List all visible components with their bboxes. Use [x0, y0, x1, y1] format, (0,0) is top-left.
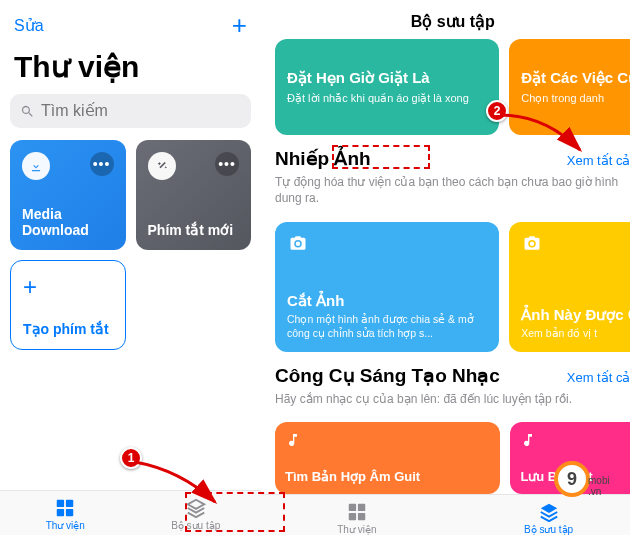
tab-label: Bộ sưu tập [171, 520, 220, 531]
section-photography: Nhiếp Ảnh Xem tất cả Tự động hóa thư việ… [261, 135, 630, 212]
annotation-badge-1: 1 [120, 447, 142, 469]
tab-bar: Thư viện Bộ sưu tập [261, 494, 630, 535]
svg-rect-5 [358, 503, 365, 510]
create-shortcut-button[interactable]: + Tạo phím tắt [10, 260, 126, 350]
svg-rect-2 [57, 509, 64, 516]
tab-collection[interactable]: Bộ sưu tập [131, 491, 262, 535]
home-cards-row: Đặt Hẹn Giờ Giặt Là Đặt lời nhắc khi quầ… [261, 39, 630, 135]
create-label: Tạo phím tắt [23, 321, 113, 337]
music-note-icon [285, 432, 301, 448]
svg-rect-7 [358, 512, 365, 519]
search-icon [20, 104, 35, 119]
svg-rect-6 [349, 512, 356, 519]
card-weekend-tasks[interactable]: Đặt Các Việc Cuối Tuần Chọn trong danh [509, 39, 630, 135]
section-title: Công Cụ Sáng Tạo Nhạc [275, 364, 500, 387]
more-icon[interactable]: ••• [215, 152, 239, 176]
edit-button[interactable]: Sửa [14, 16, 44, 35]
svg-rect-4 [349, 503, 356, 510]
card-guitar-chords[interactable]: Tìm Bản Hợp Âm Guit [275, 422, 500, 494]
watermark-logo: 9 mobi.vn [554, 459, 624, 499]
card-subtitle: Xem bản đồ vị t [521, 327, 630, 341]
collection-screen: Bộ sưu tập Đặt Hẹn Giờ Giặt Là Đặt lời n… [261, 0, 630, 535]
card-laundry-timer[interactable]: Đặt Hẹn Giờ Giặt Là Đặt lời nhắc khi quầ… [275, 39, 499, 135]
tab-library[interactable]: Thư viện [261, 495, 453, 535]
card-title: Phím tắt mới [148, 222, 240, 238]
section-description: Tự động hóa thư viện của bạn theo cách b… [275, 174, 630, 206]
card-title: Cắt Ảnh [287, 292, 487, 310]
section-description: Hãy cắm nhạc cụ của bạn lên: đã đến lúc … [275, 391, 630, 407]
tab-bar: Thư viện Bộ sưu tập [0, 490, 261, 535]
download-icon [22, 152, 50, 180]
logo-text: mobi.vn [588, 475, 610, 497]
camera-icon [287, 234, 309, 252]
card-title: Đặt Hẹn Giờ Giặt Là [287, 69, 487, 87]
svg-rect-0 [57, 500, 64, 507]
tab-collection[interactable]: Bộ sưu tập [453, 495, 630, 535]
card-title: Đặt Các Việc Cuối Tuần [521, 69, 630, 87]
tab-library[interactable]: Thư viện [0, 491, 131, 535]
photography-cards-row: Cắt Ảnh Chọn một hình ảnh được chia sẻ &… [261, 212, 630, 352]
collection-title: Bộ sưu tập [261, 0, 630, 39]
section-music: Công Cụ Sáng Tạo Nhạc Xem tất cả Hãy cắm… [261, 352, 630, 413]
card-title: Ảnh Này Được Ở Đâu? [521, 306, 630, 324]
card-crop-photo[interactable]: Cắt Ảnh Chọn một hình ảnh được chia sẻ &… [275, 222, 499, 352]
svg-rect-3 [66, 509, 73, 516]
tab-label: Thư viện [46, 520, 85, 531]
card-subtitle: Chọn trong danh [521, 91, 630, 105]
card-photo-location[interactable]: Ảnh Này Được Ở Đâu? Xem bản đồ vị t [509, 222, 630, 352]
shortcut-cards-row: ••• Media Download ••• Phím tắt mới [0, 140, 261, 250]
top-bar: Sửa + [0, 0, 261, 47]
tab-label: Bộ sưu tập [524, 524, 573, 535]
search-field[interactable] [10, 94, 251, 128]
svg-rect-1 [66, 500, 73, 507]
tab-label: Thư viện [337, 524, 376, 535]
camera-icon [521, 234, 543, 252]
card-title: Media Download [22, 206, 114, 238]
annotation-badge-2: 2 [486, 100, 508, 122]
logo-number: 9 [554, 461, 590, 497]
wand-icon [148, 152, 176, 180]
search-input[interactable] [41, 102, 241, 120]
page-title: Thư viện [0, 47, 261, 94]
shortcut-card-new[interactable]: ••• Phím tắt mới [136, 140, 252, 250]
music-note-icon [520, 432, 536, 448]
shortcut-card-media-download[interactable]: ••• Media Download [10, 140, 126, 250]
card-subtitle: Đặt lời nhắc khi quần áo giặt là xong [287, 91, 487, 105]
card-title: Tìm Bản Hợp Âm Guit [285, 469, 490, 484]
card-subtitle: Chọn một hình ảnh được chia sẻ & mở công… [287, 313, 487, 340]
section-title: Nhiếp Ảnh [275, 147, 371, 170]
more-icon[interactable]: ••• [90, 152, 114, 176]
see-all-link[interactable]: Xem tất cả [567, 153, 630, 168]
see-all-link[interactable]: Xem tất cả [567, 370, 630, 385]
plus-icon: + [23, 273, 113, 301]
add-button[interactable]: + [232, 10, 247, 41]
